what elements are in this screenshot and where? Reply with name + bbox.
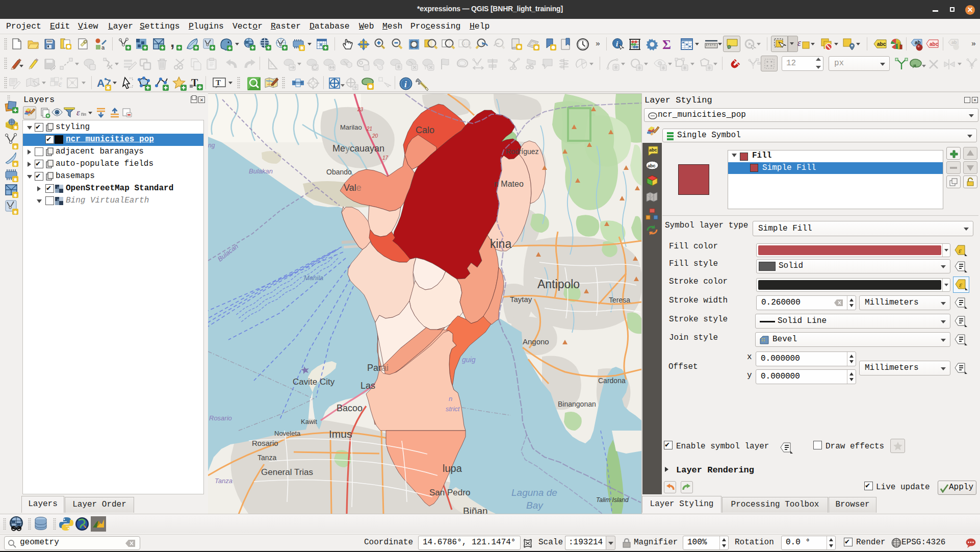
svg-text:21: 21 (366, 126, 372, 132)
svg-text:n: n (449, 395, 452, 403)
svg-text:A: A (97, 77, 105, 89)
svg-text:23: 23 (357, 107, 364, 112)
svg-text:ε: ε (959, 281, 962, 289)
svg-text:Antipolo: Antipolo (537, 278, 580, 291)
svg-text:Calo: Calo (416, 125, 434, 135)
svg-text:abc: abc (649, 147, 657, 153)
svg-text:Σ: Σ (662, 37, 671, 52)
svg-text:Bay: Bay (526, 500, 544, 511)
svg-text:strict: strict (446, 405, 460, 413)
svg-text:Marilao: Marilao (340, 123, 362, 131)
svg-text:Parai: Parai (367, 363, 389, 373)
svg-text:Biñan: Biñan (463, 506, 488, 514)
svg-text:Vale: Vale (344, 183, 362, 193)
svg-text:Noveleta: Noveleta (274, 430, 301, 437)
svg-text:Teresa: Teresa (609, 296, 630, 304)
svg-text:n Mateo: n Mateo (494, 180, 524, 188)
svg-text:20: 20 (372, 133, 378, 139)
svg-text:Meycauayan: Meycauayan (332, 143, 384, 154)
svg-text:T: T (216, 79, 221, 87)
svg-text:abc: abc (877, 41, 886, 47)
svg-text:,: , (170, 38, 174, 50)
svg-text:General Trias: General Trias (261, 467, 313, 477)
svg-text:1:1: 1:1 (463, 42, 470, 46)
svg-text:17: 17 (382, 155, 389, 161)
svg-text:abc: abc (930, 41, 939, 47)
svg-text:Kawit: Kawit (301, 418, 317, 425)
svg-text:ε: ε (76, 108, 80, 117)
svg-text:Obando: Obando (326, 168, 352, 176)
svg-text:Rosario: Rosario (209, 414, 232, 422)
svg-text:abc: abc (648, 163, 656, 168)
svg-text:Manila: Manila (304, 274, 323, 282)
svg-text:kina: kina (490, 237, 511, 250)
svg-text:Bulakan: Bulakan (249, 167, 273, 175)
svg-text:Talim Island: Talim Island (596, 496, 629, 504)
svg-text:ε: ε (797, 38, 802, 48)
svg-text:Laguna de: Laguna de (511, 487, 557, 498)
svg-text:Binangonan: Binangonan (558, 400, 596, 408)
svg-text:i: i (404, 80, 407, 89)
svg-text:Las: Las (360, 381, 375, 391)
svg-text:Rosario: Rosario (252, 439, 278, 447)
svg-text:Cavite City: Cavite City (293, 377, 335, 387)
svg-text:ε: ε (959, 246, 962, 255)
svg-text:a: a (101, 44, 105, 50)
svg-text:Bacoo: Bacoo (337, 403, 363, 413)
svg-text:Tanza: Tanza (257, 454, 277, 462)
svg-text:Cardona: Cardona (598, 377, 626, 385)
svg-text:ng: ng (208, 142, 215, 149)
svg-text:Tanza: Tanza (215, 477, 233, 485)
svg-text:Imus: Imus (329, 428, 352, 440)
svg-text:guig: guig (462, 356, 476, 364)
svg-text:ε: ε (59, 80, 62, 88)
svg-text:Angono: Angono (523, 337, 549, 346)
svg-text:Rodríguez: Rodríguez (506, 147, 539, 156)
svg-text:lupa: lupa (443, 463, 462, 474)
svg-text:San Pedro: San Pedro (429, 488, 470, 497)
svg-text:Taytay: Taytay (510, 295, 532, 304)
